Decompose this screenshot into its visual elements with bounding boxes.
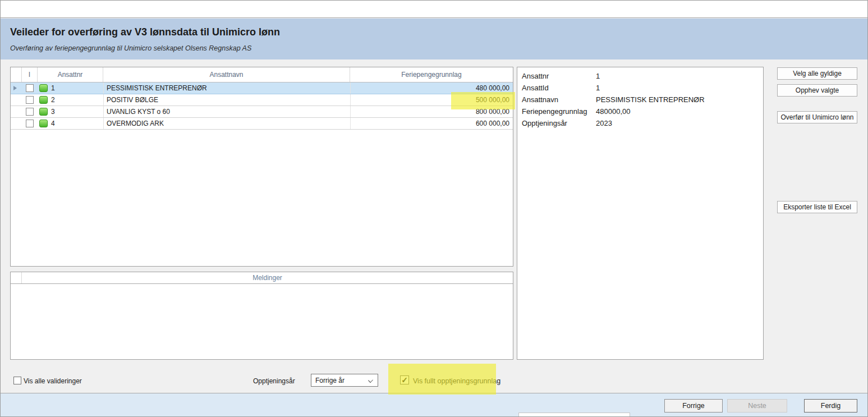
table-row[interactable]: 3 UVANLIG KYST o 60 800 000,00 — [11, 106, 513, 118]
row-marker-cell — [11, 106, 22, 117]
detail-label: Ansattnr — [522, 72, 596, 80]
ansattnr-cell[interactable]: 1 — [38, 83, 103, 94]
wizard-footer: Forrige Neste Ferdig — [1, 393, 867, 417]
detail-label: Feriepengegrunnlag — [522, 107, 596, 116]
transfer-to-unimicro-button[interactable]: Overfør til Unimicro lønn — [777, 111, 857, 123]
detail-value: 2023 — [596, 119, 763, 127]
ansattnr-value: 4 — [51, 120, 55, 127]
detail-row: Feriepengegrunnlag 480000,00 — [522, 106, 763, 117]
row-marker-cell — [11, 83, 22, 94]
ansattnavn-cell[interactable]: PESSIMISTISK ENTREPRENØR — [103, 83, 350, 94]
select-all-valid-button[interactable]: Velg alle gyldige — [777, 67, 857, 80]
row-checkbox-cell — [22, 94, 38, 106]
finish-button[interactable]: Ferdig — [804, 399, 857, 413]
status-ok-icon — [39, 108, 48, 116]
ansattnr-value: 1 — [51, 84, 55, 92]
employee-details-panel: Ansattnr 1 AnsattId 1 Ansattnavn PESSIMI… — [517, 67, 764, 360]
status-ok-icon — [39, 96, 48, 104]
window-titlebar — [1, 1, 867, 18]
deselect-selected-button[interactable]: Opphev valgte — [777, 84, 857, 97]
status-ok-icon — [39, 120, 48, 127]
detail-row: Opptjeningsår 2023 — [522, 117, 763, 129]
detail-value: 1 — [596, 72, 763, 80]
row-select-checkbox[interactable] — [26, 108, 34, 116]
messages-header: Meldinger — [11, 272, 513, 284]
export-to-excel-button[interactable]: Eksporter liste til Excel — [777, 201, 857, 213]
column-header-row-marker — [11, 67, 22, 82]
detail-row: Ansattnr 1 — [522, 70, 763, 82]
current-row-arrow-icon — [13, 86, 17, 90]
table-row[interactable]: 1 PESSIMISTISK ENTREPRENØR 480 000,00 — [11, 83, 513, 94]
ansattnr-cell[interactable]: 4 — [38, 118, 103, 129]
row-checkbox-cell — [22, 83, 38, 94]
detail-value: 1 — [596, 84, 763, 92]
employees-table: I Ansattnr Ansattnavn Feriepengegrunnlag… — [10, 67, 513, 267]
bottom-popup-sliver — [518, 413, 630, 417]
detail-row: AnsattId 1 — [522, 82, 763, 94]
feriepengegrunnlag-cell[interactable]: 480 000,00 — [350, 83, 513, 94]
opptjeningsar-selected-value: Forrige år — [315, 377, 345, 384]
show-full-basis-checkbox[interactable] — [400, 375, 409, 384]
detail-row: Ansattnavn PESSIMISTISK ENTREPRENØR — [522, 94, 763, 106]
opptjeningsar-label: Opptjeningsår — [253, 377, 295, 385]
messages-panel: Meldinger — [10, 272, 513, 360]
ansattnr-value: 3 — [51, 108, 55, 116]
detail-value: 480000,00 — [596, 107, 763, 116]
ansattnavn-cell[interactable]: POSITIV BØLGE — [103, 94, 350, 106]
detail-value: PESSIMISTISK ENTREPRENØR — [596, 95, 763, 104]
detail-label: AnsattId — [522, 84, 596, 92]
show-all-validations-checkbox[interactable] — [13, 377, 21, 384]
row-select-checkbox[interactable] — [26, 84, 34, 92]
checkmark-icon — [401, 375, 408, 385]
table-row[interactable]: 4 OVERMODIG ARK 600 000,00 — [11, 118, 513, 130]
row-select-checkbox[interactable] — [26, 96, 34, 104]
wizard-header: Veileder for overføring av V3 lønnsdata … — [1, 19, 867, 59]
chevron-down-icon — [368, 378, 373, 383]
ansattnavn-cell[interactable]: OVERMODIG ARK — [103, 118, 350, 129]
detail-label: Opptjeningsår — [522, 119, 596, 127]
column-header-validation[interactable]: I — [22, 67, 38, 82]
ansattnavn-cell[interactable]: UVANLIG KYST o 60 — [103, 106, 350, 117]
column-header-feriepengegrunnlag[interactable]: Feriepengegrunnlag — [350, 67, 513, 82]
row-checkbox-cell — [22, 118, 38, 129]
previous-button[interactable]: Forrige — [664, 399, 723, 413]
ansattnr-cell[interactable]: 2 — [38, 94, 103, 106]
column-header-ansattnavn[interactable]: Ansattnavn — [103, 67, 350, 82]
table-row[interactable]: 2 POSITIV BØLGE 500 000,00 — [11, 94, 513, 106]
status-ok-icon — [39, 84, 48, 92]
employees-table-header: I Ansattnr Ansattnavn Feriepengegrunnlag — [11, 67, 513, 83]
wizard-window: Veileder for overføring av V3 lønnsdata … — [0, 0, 868, 417]
opptjeningsar-select[interactable]: Forrige år — [311, 374, 378, 387]
row-marker-cell — [11, 118, 22, 129]
row-marker-cell — [11, 94, 22, 106]
page-title: Veileder for overføring av V3 lønnsdata … — [10, 26, 280, 38]
ansattnr-value: 2 — [51, 96, 55, 104]
feriepengegrunnlag-cell[interactable]: 800 000,00 — [350, 106, 513, 117]
feriepengegrunnlag-cell[interactable]: 500 000,00 — [350, 94, 513, 106]
detail-label: Ansattnavn — [522, 95, 596, 104]
row-checkbox-cell — [22, 106, 38, 117]
show-all-validations-label: Vis alle valideringer — [24, 377, 82, 385]
show-full-basis-label: Vis fullt opptjeningsgrunnlag — [413, 377, 500, 385]
messages-marker-column — [11, 272, 22, 283]
column-header-ansattnr[interactable]: Ansattnr — [38, 67, 103, 82]
page-subtitle: Overføring av feriepengegrunnlag til Uni… — [10, 44, 251, 52]
row-select-checkbox[interactable] — [26, 120, 34, 127]
messages-header-label[interactable]: Meldinger — [22, 272, 513, 283]
feriepengegrunnlag-cell[interactable]: 600 000,00 — [350, 118, 513, 129]
ansattnr-cell[interactable]: 3 — [38, 106, 103, 117]
next-button: Neste — [727, 399, 787, 413]
